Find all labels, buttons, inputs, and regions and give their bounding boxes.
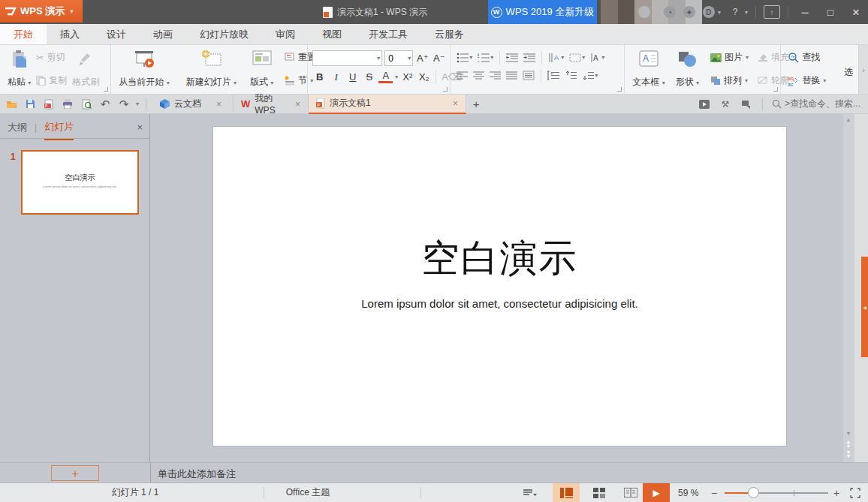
copy-button[interactable]: 复制 bbox=[34, 73, 69, 89]
close-tab-icon[interactable]: × bbox=[216, 99, 222, 110]
maximize-button[interactable]: □ bbox=[821, 7, 839, 18]
find-button[interactable]: 查找 bbox=[785, 50, 828, 65]
doc-tab-presentation1[interactable]: P 演示文稿1 × bbox=[309, 95, 466, 114]
tab-cloud[interactable]: 云服务 bbox=[421, 24, 478, 44]
outline-tab[interactable]: 大纲 bbox=[8, 121, 27, 134]
collapse-ribbon-icon[interactable]: ↑ bbox=[764, 5, 780, 19]
wps2019-upgrade-button[interactable]: W WPS 2019 全新升级 bbox=[488, 0, 597, 24]
superscript-button[interactable]: X² bbox=[400, 70, 414, 84]
font-name-combobox[interactable]: ▾ bbox=[312, 50, 382, 66]
next-slide-icon[interactable]: ▼▼ bbox=[843, 449, 854, 459]
doc-tab-cloud[interactable]: 云文档 × bbox=[152, 95, 234, 114]
account-avatar[interactable] bbox=[638, 6, 650, 18]
normal-view-button[interactable] bbox=[553, 483, 580, 502]
close-tab-icon[interactable]: × bbox=[453, 98, 458, 109]
new-slide-button[interactable]: 新建幻灯片 ▾ bbox=[183, 48, 240, 90]
dialog-launcher-icon[interactable] bbox=[617, 87, 622, 92]
tab-insert[interactable]: 插入 bbox=[47, 24, 93, 44]
undo-icon[interactable]: ↶ bbox=[98, 98, 112, 111]
doc-tab-mywps[interactable]: W 我的WPS × bbox=[234, 95, 309, 114]
select-button[interactable]: 选 bbox=[842, 65, 855, 80]
qat-customize-caret-icon[interactable]: ▾ bbox=[136, 101, 139, 107]
grow-font-button[interactable]: A⁺ bbox=[415, 51, 429, 65]
bold-button[interactable]: B bbox=[312, 70, 327, 84]
picture-button[interactable]: 图片 ▾ bbox=[708, 50, 751, 65]
text-frame-button[interactable]: ▾ bbox=[568, 50, 586, 65]
slide-thumbnail[interactable]: 空白演示 Lorem ipsum dolor sit amet, consect… bbox=[21, 150, 139, 215]
align-center-button[interactable] bbox=[472, 68, 486, 83]
reading-view-button[interactable] bbox=[617, 483, 644, 502]
zoom-slider[interactable] bbox=[725, 492, 828, 494]
dialog-launcher-icon[interactable] bbox=[104, 87, 108, 92]
save-icon[interactable] bbox=[23, 98, 37, 111]
print-icon[interactable] bbox=[61, 98, 74, 111]
print-preview-icon[interactable] bbox=[80, 98, 93, 111]
replace-button[interactable]: abac替换 ▾ bbox=[785, 73, 828, 89]
docer-icon[interactable]: D bbox=[703, 6, 715, 18]
paste-button[interactable]: 粘贴 ▾ bbox=[5, 48, 34, 90]
slides-tab[interactable]: 幻灯片 bbox=[44, 120, 74, 135]
minimize-button[interactable]: ─ bbox=[796, 7, 814, 18]
font-color-button[interactable]: A bbox=[378, 71, 393, 83]
close-panel-icon[interactable]: × bbox=[137, 122, 143, 133]
command-search-box[interactable]: >查找命令、搜索... bbox=[772, 98, 860, 110]
task-pane-toggle[interactable]: ◀ bbox=[861, 257, 868, 357]
font-name-input[interactable] bbox=[316, 53, 377, 64]
align-left-button[interactable] bbox=[455, 68, 469, 83]
play-from-current-button[interactable]: 从当前开始 ▾ bbox=[116, 48, 172, 90]
tools-icon[interactable]: ⚒ bbox=[719, 98, 732, 111]
arrange-button[interactable]: 排列 ▾ bbox=[708, 73, 751, 89]
help-icon[interactable]: ? bbox=[728, 5, 742, 19]
justify-button[interactable] bbox=[505, 68, 519, 83]
notes-toggle-button[interactable] bbox=[515, 483, 545, 502]
font-size-input[interactable] bbox=[388, 53, 408, 64]
fit-to-window-button[interactable] bbox=[845, 483, 865, 502]
text-direction-button[interactable]: A▾ bbox=[547, 50, 565, 65]
format-painter-button[interactable]: 格式刷 bbox=[69, 48, 102, 90]
video-tool-icon[interactable] bbox=[698, 98, 711, 111]
scroll-up-icon[interactable]: ▲ bbox=[843, 114, 854, 125]
dialog-launcher-icon[interactable] bbox=[443, 87, 448, 92]
strikethrough-button[interactable]: S bbox=[362, 70, 376, 84]
close-button[interactable]: ✕ bbox=[847, 7, 865, 18]
open-file-icon[interactable] bbox=[5, 98, 18, 111]
dialog-launcher-icon[interactable] bbox=[773, 87, 778, 92]
previous-slide-icon[interactable]: ▲▲ bbox=[843, 438, 854, 449]
tab-design[interactable]: 设计 bbox=[93, 24, 140, 44]
scroll-down-icon[interactable]: ▼ bbox=[843, 428, 854, 438]
distribute-button[interactable] bbox=[521, 68, 536, 83]
flag-tool-icon[interactable] bbox=[740, 98, 753, 111]
zoom-percentage[interactable]: 59 % bbox=[678, 483, 698, 502]
underline-button[interactable]: U bbox=[345, 70, 360, 84]
paragraph-spacing-decrease-button[interactable]: ▾ bbox=[580, 68, 599, 83]
tab-slideshow[interactable]: 幻灯片放映 bbox=[186, 24, 262, 44]
tab-view[interactable]: 视图 bbox=[309, 24, 355, 44]
settings-icon[interactable]: ✦ bbox=[683, 6, 695, 18]
redo-icon[interactable]: ↷ bbox=[117, 98, 131, 111]
theme-name[interactable]: Office 主题 bbox=[263, 483, 353, 502]
numbering-button[interactable]: ▾ bbox=[476, 50, 495, 65]
paragraph-spacing-increase-button[interactable] bbox=[563, 68, 578, 83]
italic-button[interactable]: I bbox=[329, 70, 343, 84]
shrink-font-button[interactable]: A⁻ bbox=[432, 51, 446, 65]
zoom-in-button[interactable]: + bbox=[833, 483, 839, 502]
ribbon-expand-strip[interactable]: › bbox=[858, 45, 868, 94]
cut-button[interactable]: ✂剪切 bbox=[34, 50, 69, 65]
decrease-indent-button[interactable] bbox=[505, 50, 520, 65]
slide-layout-button[interactable]: 版式 ▾ bbox=[247, 48, 276, 90]
slide-title-text[interactable]: 空白演示 bbox=[213, 233, 786, 284]
textbox-button[interactable]: A 文本框 ▾ bbox=[629, 48, 668, 90]
zoom-out-button[interactable]: − bbox=[711, 483, 717, 502]
notes-placeholder[interactable]: 单击此处添加备注 bbox=[158, 467, 236, 481]
add-slide-button[interactable]: + bbox=[51, 465, 99, 481]
increase-indent-button[interactable] bbox=[522, 50, 537, 65]
bullets-button[interactable]: ▾ bbox=[455, 50, 474, 65]
slide-subtitle-text[interactable]: Lorem ipsum dolor sit amet, consectetur … bbox=[213, 297, 786, 310]
slideshow-play-button[interactable]: ▶ bbox=[643, 483, 670, 502]
close-tab-icon[interactable]: × bbox=[295, 99, 300, 110]
tab-devtools[interactable]: 开发工具 bbox=[355, 24, 421, 44]
tab-review[interactable]: 审阅 bbox=[262, 24, 309, 44]
line-spacing-button[interactable]: + bbox=[546, 68, 561, 83]
tab-animation[interactable]: 动画 bbox=[140, 24, 186, 44]
align-right-button[interactable] bbox=[488, 68, 502, 83]
